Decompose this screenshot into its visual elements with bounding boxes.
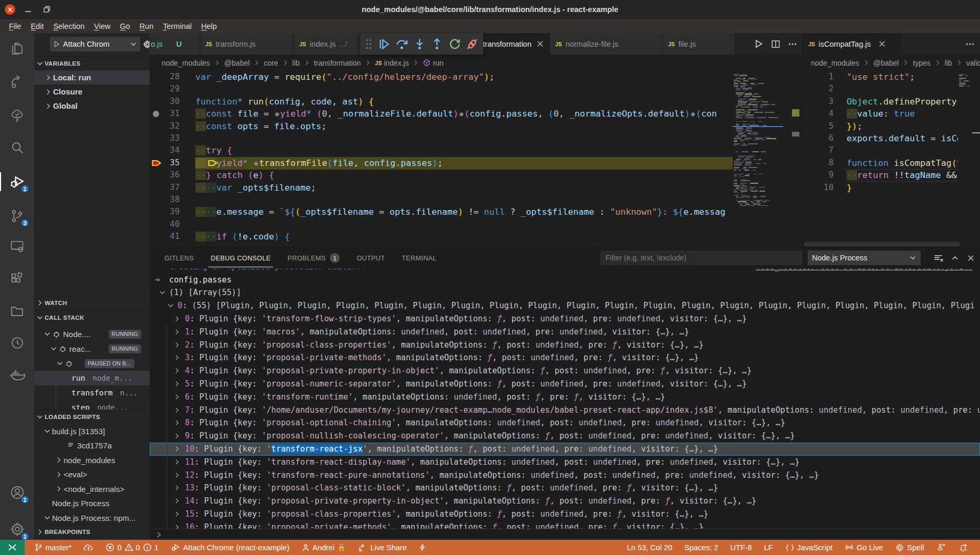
status-eol[interactable]: LF <box>758 540 779 555</box>
stack-frame-run[interactable]: runnode_m... <box>34 371 150 385</box>
activity-accounts[interactable]: 1 <box>0 479 34 506</box>
activity-liveshare[interactable] <box>0 68 34 95</box>
close-icon[interactable] <box>536 40 544 48</box>
more-actions-button[interactable] <box>788 39 797 49</box>
tab-normalize-file.js[interactable]: JSnormalize-file.js <box>550 33 663 55</box>
console-row-plugin[interactable]: 14: Plugin {key: 'proposal-private-prope… <box>150 495 980 508</box>
restart-button[interactable] <box>449 38 461 50</box>
breadcrumb-item[interactable]: run <box>433 59 443 67</box>
activity-settings[interactable]: 1 <box>0 516 34 543</box>
status-notifications[interactable] <box>952 540 974 555</box>
status-feedback[interactable] <box>930 540 952 555</box>
loaded-script-row[interactable]: <eval> <box>34 467 150 482</box>
menu-go[interactable]: Go <box>115 22 134 30</box>
panel-tab-debug-console[interactable]: DEBUG CONSOLE <box>208 247 273 269</box>
step-out-button[interactable] <box>431 38 443 50</box>
call-stack-session[interactable]: PAUSED ON B... <box>34 356 150 371</box>
breadcrumb-item[interactable]: node_modules <box>162 59 210 67</box>
tab-file.js[interactable]: JSfile.js <box>663 33 735 55</box>
breakpoints-section-header[interactable]: BREAKPOINTS <box>34 525 150 539</box>
menu-run[interactable]: Run <box>135 22 159 30</box>
status-cursor-position[interactable]: Ln 53, Col 20 <box>621 540 678 555</box>
loaded-script-row[interactable]: <node_internals> <box>34 481 150 496</box>
breadcrumb-item[interactable]: lib <box>293 59 300 67</box>
chevron-right-icon[interactable] <box>173 341 181 349</box>
activity-remote-explorer[interactable] <box>0 232 34 259</box>
chevron-right-icon[interactable] <box>173 484 181 491</box>
console-row[interactable]: (1) [Array(55)] <box>150 286 980 299</box>
tab-isCompatTag.js[interactable]: JSisCompatTag.js <box>803 33 901 55</box>
activity-run-and-debug[interactable]: 1 <box>0 168 34 195</box>
step-over-button[interactable] <box>395 37 409 51</box>
debug-launch-selector[interactable]: Attach Chrom <box>50 37 140 51</box>
status-publish[interactable] <box>78 540 100 555</box>
status-go-live[interactable]: Go Live <box>839 540 889 555</box>
panel-tab-terminal[interactable]: TERMINAL <box>400 247 439 269</box>
step-into-button[interactable] <box>413 38 426 50</box>
breadcrumb-item[interactable]: types <box>913 59 930 67</box>
chevron-right-icon[interactable] <box>173 354 181 361</box>
console-row-plugin[interactable]: 12: Plugin {key: 'transform-react-pure-a… <box>150 469 980 482</box>
console-row-plugin[interactable]: 11: Plugin {key: 'transform-react-displa… <box>150 456 980 469</box>
call-stack-session[interactable]: reac...RUNNING <box>34 341 150 356</box>
loaded-script-row[interactable]: Node.js Process: npm... <box>34 510 150 525</box>
clear-console-button[interactable] <box>933 253 943 263</box>
console-row-plugin[interactable]: 7: Plugin {key: '/home/anduser/Documents… <box>150 404 980 417</box>
status-spell-checker[interactable]: Spell <box>889 540 930 555</box>
disconnect-button[interactable] <box>466 38 478 50</box>
start-debug-icon[interactable] <box>53 40 60 48</box>
panel-tab-gitlens[interactable]: GITLENS <box>162 247 196 269</box>
console-row-plugin[interactable]: 10: Plugin {key: 'transform-react-jsx', … <box>150 443 980 456</box>
close-panel-button[interactable] <box>967 254 975 262</box>
editor-group-2-code[interactable]: 1"use strict";23Object.defineProperty(ex… <box>803 71 980 247</box>
console-row[interactable]: 0: (55) [Plugin, Plugin, Plugin, Plugin,… <box>150 299 980 312</box>
activity-time-tracker[interactable] <box>0 329 34 357</box>
menu-file[interactable]: File <box>4 22 26 30</box>
maximize-panel-button[interactable] <box>951 254 959 262</box>
activity-extensions[interactable] <box>0 265 34 292</box>
activity-source-control[interactable]: 3 <box>0 202 34 229</box>
console-row-plugin[interactable]: 4: Plugin {key: 'proposal-private-proper… <box>150 364 980 378</box>
loaded-script-row[interactable]: build.js [31353] <box>34 424 150 438</box>
status-remote-indicator[interactable] <box>0 540 25 555</box>
chevron-down-icon[interactable] <box>159 289 166 296</box>
breadcrumb-item[interactable]: lib <box>945 59 952 67</box>
chevron-down-icon[interactable] <box>167 302 174 309</box>
menu-terminal[interactable]: Terminal <box>158 22 196 30</box>
menu-help[interactable]: Help <box>196 22 222 30</box>
activity-testing[interactable] <box>0 102 34 129</box>
chevron-right-icon[interactable] <box>173 380 181 388</box>
console-row[interactable]: config.passes <box>150 274 980 287</box>
editor-1-minimap[interactable] <box>733 71 783 247</box>
console-row-plugin[interactable]: 0: Plugin {key: 'transform-flow-strip-ty… <box>150 312 980 326</box>
console-row-plugin[interactable]: 9: Plugin {key: 'proposal-nullish-coales… <box>150 430 980 443</box>
tab-o.js[interactable]: o.jsU <box>150 33 200 55</box>
console-row-plugin[interactable]: 16: Plugin {key: 'proposal-private-metho… <box>150 521 980 529</box>
loaded-script-row[interactable]: Node.js Process <box>34 496 150 511</box>
console-row-plugin[interactable]: 6: Plugin {key: 'transform-runtime', man… <box>150 391 980 404</box>
console-row-plugin[interactable]: 2: Plugin {key: 'proposal-class-properti… <box>150 339 980 352</box>
status-problems[interactable]: 001 <box>100 540 164 555</box>
menu-selection[interactable]: Selection <box>48 22 89 30</box>
console-row-plugin[interactable]: 13: Plugin {key: 'proposal-class-static-… <box>150 481 980 495</box>
call-stack-section-header[interactable]: CALL STACK <box>34 310 150 324</box>
loaded-scripts-section-header[interactable]: LOADED SCRIPTS <box>34 410 150 424</box>
chevron-right-icon[interactable] <box>173 510 181 518</box>
status-live-share[interactable]: Live Share <box>352 540 413 555</box>
continue-button[interactable] <box>378 38 390 50</box>
chevron-right-icon[interactable] <box>173 432 181 439</box>
activity-search[interactable] <box>0 134 34 161</box>
status-git-branch[interactable]: master* <box>28 540 78 555</box>
loaded-script-row[interactable]: 3cd1757a <box>34 438 150 453</box>
debug-console-output[interactable]: creating an optimized production build..… <box>150 269 980 529</box>
variables-scope-global[interactable]: Global <box>34 99 150 113</box>
chevron-right-icon[interactable] <box>173 419 181 426</box>
breadcrumb-item[interactable]: core <box>264 59 278 67</box>
variables-scope-local-run[interactable]: Local: run <box>34 70 150 85</box>
chevron-right-icon[interactable] <box>173 497 181 505</box>
console-source-link[interactable]: node_modules/react-scripts/scripts/build… <box>756 269 973 274</box>
breadcrumb-item[interactable]: @babel <box>873 59 899 67</box>
call-stack-session[interactable]: Node....RUNNING <box>34 327 150 341</box>
activity-docker[interactable] <box>0 361 34 389</box>
panel-tab-problems[interactable]: PROBLEMS1 <box>286 247 342 269</box>
